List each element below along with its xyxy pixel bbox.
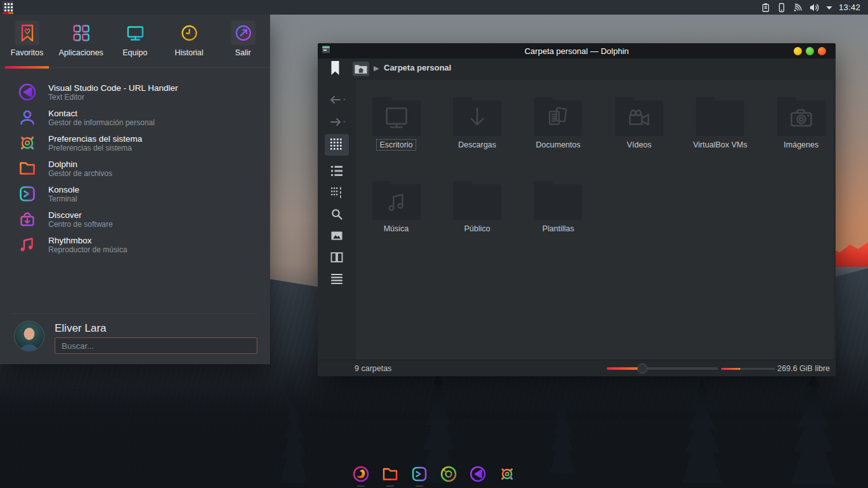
tab-salir[interactable]: Salir <box>216 15 270 67</box>
preview-image-icon[interactable] <box>325 226 349 245</box>
window-title: Carpeta personal — Dolphin <box>318 46 836 56</box>
folder-icon <box>534 184 582 220</box>
tab-label: Equipo <box>123 48 147 57</box>
location-toolbar: ▶ Carpeta personal <box>318 58 836 80</box>
music-note-icon <box>17 234 38 255</box>
dock-settings-gear[interactable] <box>498 465 516 483</box>
list-view-button[interactable] <box>325 161 349 180</box>
desktop: 13:42 Favoritos Aplicaciones Equip <box>0 0 868 488</box>
window-buttons <box>794 47 836 55</box>
search-icon[interactable] <box>325 205 349 224</box>
tab-label: Aplicaciones <box>58 48 103 57</box>
tab-label: Favoritos <box>11 48 43 57</box>
back-button[interactable] <box>325 90 349 109</box>
folder-musica[interactable]: Música <box>357 180 435 234</box>
dock-chrome[interactable] <box>440 465 458 483</box>
running-indicator <box>386 485 394 487</box>
app-subtitle: Terminal <box>48 194 79 203</box>
tab-historial[interactable]: Historial <box>162 15 216 67</box>
titlebar[interactable]: Carpeta personal — Dolphin <box>318 43 836 58</box>
phone-icon[interactable] <box>776 3 787 13</box>
dock-firefox[interactable] <box>352 465 370 483</box>
status-bar: 9 carpetas 269.6 GiB libre <box>318 360 836 376</box>
volume-icon[interactable] <box>809 3 820 13</box>
app-subtitle: Text Editor <box>48 93 178 102</box>
favorites-list: Visual Studio Code - URL Handler Text Ed… <box>0 79 270 257</box>
list-item-preferencias[interactable]: Preferencias del sistema Preferencias de… <box>0 130 270 156</box>
network-wireless-icon[interactable] <box>792 3 803 13</box>
search-input[interactable] <box>55 337 257 354</box>
folder-virtualbox-vms[interactable]: VirtualBox VMs <box>681 97 759 150</box>
app-launcher-button[interactable] <box>2 0 17 15</box>
dock-konsole[interactable] <box>410 465 428 483</box>
dock-dolphin-folder[interactable] <box>381 465 399 483</box>
list-item-rhythmbox[interactable]: Rhythmbox Reproductor de música <box>0 232 270 257</box>
folder-icon <box>453 100 501 136</box>
maximize-button[interactable] <box>806 47 814 55</box>
tab-label: Salir <box>235 48 251 57</box>
list-item-discover[interactable]: Discover Centro de software <box>0 207 270 232</box>
folder-publico[interactable]: Público <box>438 180 516 234</box>
app-title: Discover <box>48 210 112 220</box>
gear-icon <box>17 132 38 154</box>
dolphin-window: Carpeta personal — Dolphin ▶ Carpeta per… <box>318 43 836 376</box>
running-indicator <box>416 485 423 487</box>
clock-icon <box>177 21 201 45</box>
list-item-konsole[interactable]: Konsole Terminal <box>0 181 270 207</box>
app-subtitle: Gestor de información personal <box>48 118 154 127</box>
list-item-dolphin[interactable]: Dolphin Gestor de archivos <box>0 156 270 181</box>
folder-icon <box>372 100 421 136</box>
app-subtitle: Preferencias del sistema <box>48 144 142 152</box>
folder-icon <box>453 184 501 220</box>
app-subtitle: Centro de software <box>48 220 112 229</box>
clipboard-icon[interactable] <box>761 3 771 13</box>
app-title: Rhythmbox <box>48 236 127 245</box>
forward-button[interactable] <box>325 112 349 132</box>
compact-view-button[interactable] <box>325 183 349 202</box>
caret-down-icon[interactable] <box>825 4 833 11</box>
list-item-vscode[interactable]: Visual Studio Code - URL Handler Text Ed… <box>0 79 270 105</box>
tab-label: Historial <box>175 48 203 57</box>
folder-documentos[interactable]: Documentos <box>519 97 597 150</box>
folder-icon <box>534 100 582 136</box>
folder-icon <box>372 184 421 220</box>
icons-view-button[interactable] <box>325 134 349 156</box>
folder-label: Plantillas <box>539 224 576 234</box>
app-subtitle: Reproductor de música <box>48 245 127 254</box>
folder-imagenes[interactable]: Imágenes <box>762 97 840 150</box>
minimize-button[interactable] <box>794 47 802 55</box>
tab-equipo[interactable]: Equipo <box>108 15 162 67</box>
tab-favoritos[interactable]: Favoritos <box>0 15 54 67</box>
app-title: Preferencias del sistema <box>48 134 142 144</box>
split-view-icon[interactable] <box>325 248 349 267</box>
menu-hamburger-icon[interactable] <box>325 269 349 288</box>
avatar[interactable] <box>14 321 44 351</box>
slider-handle[interactable] <box>637 363 648 374</box>
running-indicator <box>357 485 365 487</box>
folder-videos[interactable]: Vídeos <box>600 97 678 150</box>
bookmark-icon[interactable] <box>331 61 339 78</box>
user-name: Eliver Lara <box>55 322 106 335</box>
dock-vscode[interactable] <box>469 465 487 483</box>
close-button[interactable] <box>818 47 826 55</box>
terminal-icon <box>17 183 38 205</box>
tab-aplicaciones[interactable]: Aplicaciones <box>54 15 108 67</box>
home-folder-button[interactable] <box>353 62 369 76</box>
app-title: Konsole <box>48 185 79 194</box>
app-grid-icon <box>69 21 93 45</box>
person-icon <box>17 107 38 128</box>
breadcrumb[interactable]: Carpeta personal <box>384 63 451 72</box>
folder-icon <box>777 100 825 136</box>
folder-plantillas[interactable]: Plantillas <box>519 180 597 234</box>
vscode-icon <box>17 81 38 103</box>
folder-label: VirtualBox VMs <box>691 140 750 150</box>
chevron-right-icon: ▶ <box>374 64 379 72</box>
clock[interactable]: 13:42 <box>839 3 860 12</box>
items-count: 9 carpetas <box>355 364 391 373</box>
list-item-kontact[interactable]: Kontact Gestor de información personal <box>0 105 270 130</box>
folder-escritorio[interactable]: Escritorio <box>357 97 435 150</box>
bookmark-heart-icon <box>15 21 39 45</box>
zoom-slider[interactable] <box>607 360 718 377</box>
folder-descargas[interactable]: Descargas <box>438 97 516 150</box>
folder-label: Imágenes <box>781 140 821 150</box>
